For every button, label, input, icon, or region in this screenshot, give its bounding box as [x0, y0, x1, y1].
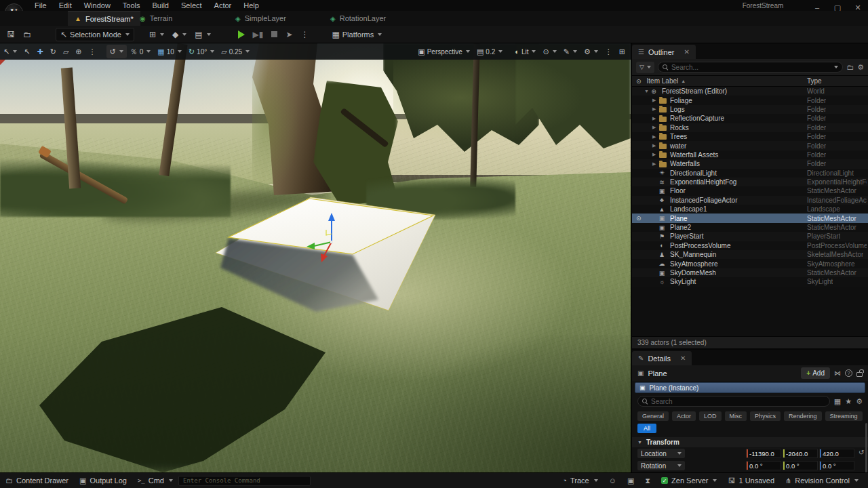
stop-button[interactable]: [267, 28, 281, 41]
asset-tab-terrain[interactable]: ◉Terrain: [133, 11, 179, 26]
outliner-row-skydomemesh[interactable]: ▣SkyDomeMeshStaticMeshActor: [632, 268, 868, 277]
close-icon[interactable]: ✕: [684, 48, 690, 56]
expander-closed-icon[interactable]: ▶: [652, 116, 656, 121]
outliner-row-postprocessvolume[interactable]: ◐PostProcessVolumePostProcessVolume: [632, 241, 868, 250]
tab-outliner[interactable]: ☰ Outliner ✕: [632, 45, 696, 59]
outliner-row-reflectioncapture[interactable]: ▶ReflectionCaptureFolder: [632, 114, 868, 123]
menu-help[interactable]: Help: [237, 0, 265, 11]
skip-frame-button[interactable]: ▶▮: [249, 28, 268, 41]
maximize-viewport-button[interactable]: ⊞: [616, 45, 629, 58]
camera-perspective-dropdown[interactable]: ▣Perspective: [414, 45, 473, 58]
menu-actor[interactable]: Actor: [208, 0, 238, 11]
rotate-tool[interactable]: ↻: [47, 45, 60, 58]
selection-mode-dropdown[interactable]: ↖ Selection Mode: [56, 28, 134, 41]
category-tab-misc[interactable]: Misc: [725, 411, 747, 421]
outliner-row-foreststream-editor-[interactable]: ▼⊕ForestStream (Editor)World: [632, 87, 868, 96]
viewport-select-mode-dropdown[interactable]: ↖: [0, 45, 20, 58]
menu-select[interactable]: Select: [175, 0, 208, 11]
content-drawer-button[interactable]: 🗀Content Drawer: [0, 473, 74, 488]
expander-open-icon[interactable]: ▼: [644, 89, 649, 94]
create-folder-icon[interactable]: 🗀: [846, 63, 854, 71]
cmd-dropdown[interactable]: >_Cmd: [132, 473, 178, 488]
screen-percentage-dropdown[interactable]: ▤0.2: [473, 45, 506, 58]
outliner-row-plane[interactable]: ⊙▣PlaneStaticMeshActor: [632, 214, 868, 222]
menu-tools[interactable]: Tools: [117, 0, 146, 11]
asset-tab-foreststream[interactable]: ▲ForestStream*: [68, 11, 140, 26]
favorites-star-icon[interactable]: ★: [845, 397, 852, 406]
eject-button[interactable]: ➤: [281, 28, 296, 41]
outliner-row-instancedfoliageactor[interactable]: ♣InstancedFoliageActorInstancedFoliageAc…: [632, 196, 868, 205]
scale-snap-dropdown[interactable]: ▱0.25: [218, 45, 253, 58]
eye-icon[interactable]: ⊙: [636, 78, 642, 85]
background-tasks-button[interactable]: ⧗: [639, 476, 656, 485]
component-row-plane-instance[interactable]: ▣ Plane (Instance): [635, 382, 865, 393]
outliner-row-playerstart[interactable]: ⚑PlayerStartPlayerStart: [632, 232, 868, 241]
grid-snap-dropdown[interactable]: ▦10: [154, 45, 185, 58]
level-viewport[interactable]: ↖ ↖ ✚ ↻ ▱ ⊕ ⋮ ↺ ％0 ▦10 ↻10° ▱0.25 ▣Persp…: [0, 43, 631, 472]
rotation-snap-dropdown[interactable]: ↻10°: [185, 45, 218, 58]
transform-kebab[interactable]: ⋮: [85, 45, 100, 58]
outliner-row-skylight[interactable]: ☼SkyLightSkyLight: [632, 277, 868, 286]
reset-location-icon[interactable]: ↺: [859, 449, 864, 458]
browse-content-button[interactable]: 🗀: [19, 28, 35, 41]
category-tab-general[interactable]: General: [637, 411, 669, 421]
output-log-button[interactable]: ▣Output Log: [74, 473, 132, 488]
outliner-row-sk-mannequin[interactable]: ♟SK_MannequinSkeletalMeshActor: [632, 250, 868, 259]
asset-tab-rotationlayer[interactable]: ◈RotationLayer: [323, 11, 393, 26]
blueprint-hierarchy-icon[interactable]: ⋈: [834, 369, 841, 377]
display-grid-icon[interactable]: ▦: [834, 397, 841, 406]
surface-snap-dropdown[interactable]: ↺: [106, 45, 127, 58]
menu-file[interactable]: File: [28, 0, 53, 11]
play-button[interactable]: [234, 28, 249, 41]
eye-icon[interactable]: ⊙: [636, 215, 642, 222]
menu-edit[interactable]: Edit: [53, 0, 78, 11]
translate-tool[interactable]: ✚: [33, 45, 46, 58]
outliner-row-waterfall-assets[interactable]: ▶Waterfall AssetsFolder: [632, 150, 868, 159]
outliner-row-logs[interactable]: ▶LogsFolder: [632, 105, 868, 114]
category-tab-all[interactable]: All: [637, 424, 656, 433]
zen-server-dropdown[interactable]: ✓Zen Server: [656, 476, 722, 485]
save-button[interactable]: 🖫: [3, 28, 19, 41]
view-mode-dropdown[interactable]: ◐Lit: [511, 45, 539, 58]
menu-window[interactable]: Window: [78, 0, 117, 11]
trace-dropdown[interactable]: ◔Trace: [557, 476, 603, 485]
outliner-row-plane2[interactable]: ▣Plane2StaticMeshActor: [632, 223, 868, 232]
scale-tool[interactable]: ▱: [60, 45, 72, 58]
rotation-y-field[interactable]: 0.0 °: [783, 461, 818, 470]
transform-section-header[interactable]: ▼ Transform: [632, 436, 868, 447]
expander-closed-icon[interactable]: ▶: [652, 134, 656, 140]
location-dropdown[interactable]: Location: [637, 449, 685, 458]
category-tab-streaming[interactable]: Streaming: [825, 411, 863, 421]
play-options-kebab[interactable]: ⋮: [296, 28, 313, 41]
console-command-input[interactable]: [178, 476, 311, 486]
add-component-button[interactable]: +Add: [801, 367, 830, 379]
location-z-field[interactable]: 420.0: [819, 449, 854, 458]
gizmo-origin[interactable]: [330, 241, 333, 243]
expander-closed-icon[interactable]: ▶: [652, 98, 656, 103]
lock-icon[interactable]: [856, 372, 863, 377]
outliner-settings-gear-icon[interactable]: ⚙: [857, 63, 864, 72]
details-search-input[interactable]: [651, 398, 825, 405]
unsaved-button[interactable]: 🖫1 Unsaved: [722, 476, 780, 485]
expander-closed-icon[interactable]: ▶: [652, 152, 656, 157]
brush-edit-dropdown[interactable]: ✎: [560, 45, 580, 58]
location-x-field[interactable]: -11390.0: [746, 449, 781, 458]
outliner-row-directionallight[interactable]: ☀DirectionalLightDirectionalLight: [632, 169, 868, 178]
outliner-row-trees[interactable]: ▶TreesFolder: [632, 132, 868, 141]
type-column-header[interactable]: Type: [807, 77, 822, 85]
outliner-row-skyatmosphere[interactable]: ☁SkyAtmosphereSkyAtmosphere: [632, 259, 868, 268]
tab-details[interactable]: ✎ Details ✕: [632, 351, 692, 365]
category-tab-physics[interactable]: Physics: [750, 411, 781, 421]
outliner-row-exponentialheightfog[interactable]: ≋ExponentialHeightFogExponentialHeightFo…: [632, 178, 868, 186]
viewport-kebab[interactable]: ⋮: [601, 45, 616, 58]
menu-build[interactable]: Build: [146, 0, 175, 11]
viewport-settings-dropdown[interactable]: ⚙: [580, 45, 601, 58]
outliner-row-waterfalls[interactable]: ▶WaterfallsFolder: [632, 159, 868, 168]
expander-closed-icon[interactable]: ▶: [652, 161, 656, 167]
details-settings-gear-icon[interactable]: ⚙: [856, 397, 863, 406]
platforms-dropdown[interactable]: ▦Platforms: [328, 28, 386, 41]
rotation-x-field[interactable]: 0.0 °: [746, 461, 781, 470]
add-actor-dropdown[interactable]: ⊞: [145, 28, 168, 41]
category-tab-actor[interactable]: Actor: [672, 411, 696, 421]
screenshot-button[interactable]: ▣: [622, 476, 639, 485]
